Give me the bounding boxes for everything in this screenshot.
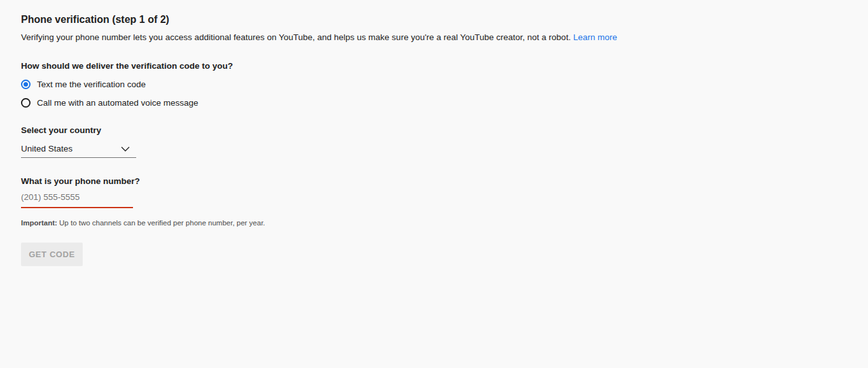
phone-input[interactable] [21, 188, 133, 208]
chevron-down-icon [121, 146, 130, 152]
important-note: Important: Up to two channels can be ver… [21, 219, 847, 227]
radio-option-label[interactable]: Call me with an automated voice message [37, 98, 199, 108]
country-select-value: United States [21, 144, 73, 153]
country-select[interactable]: United States [21, 144, 136, 158]
phone-verification-page: Phone verification (step 1 of 2) Verifyi… [0, 0, 868, 368]
radio-selected-icon[interactable] [21, 80, 31, 89]
learn-more-link[interactable]: Learn more [573, 32, 617, 42]
intro-text-body: Verifying your phone number lets you acc… [21, 32, 571, 42]
radio-option-call-me[interactable]: Call me with an automated voice message [21, 97, 847, 108]
important-note-prefix: Important: [21, 219, 57, 227]
page-title: Phone verification (step 1 of 2) [21, 13, 847, 26]
radio-option-text-me[interactable]: Text me the verification code [21, 79, 847, 89]
radio-unselected-icon[interactable] [21, 98, 31, 108]
intro-text: Verifying your phone number lets you acc… [21, 32, 847, 43]
important-note-text: Up to two channels can be verified per p… [57, 219, 265, 227]
get-code-button[interactable]: GET CODE [21, 243, 83, 266]
radio-option-label[interactable]: Text me the verification code [37, 80, 146, 89]
delivery-question: How should we deliver the verification c… [21, 61, 847, 71]
phone-label: What is your phone number? [21, 176, 847, 186]
country-label: Select your country [21, 125, 847, 135]
